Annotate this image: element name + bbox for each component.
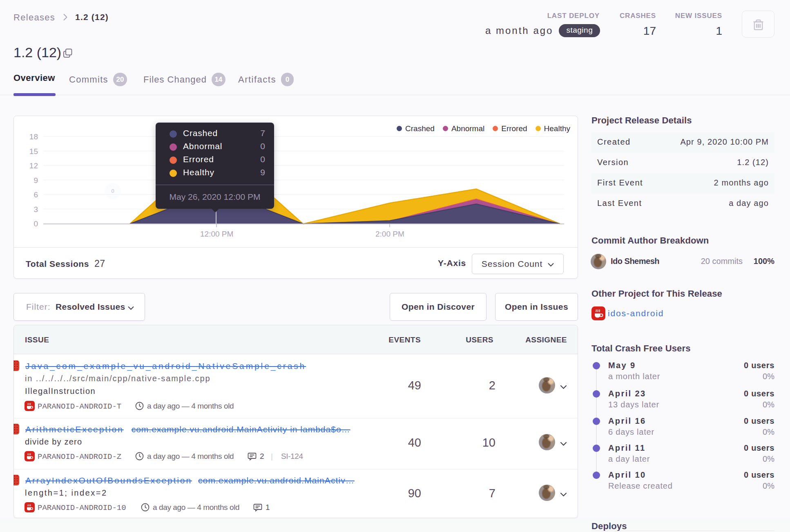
svg-text:0: 0 [111, 188, 114, 194]
